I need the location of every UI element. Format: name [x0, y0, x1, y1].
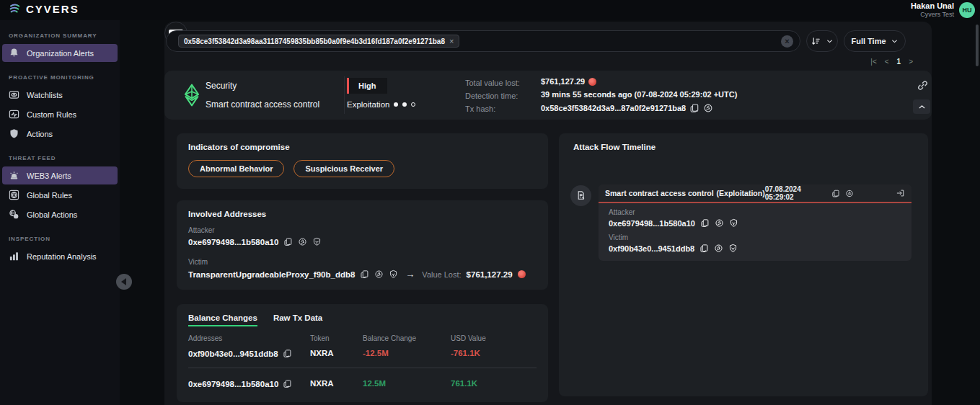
- time-filter-button[interactable]: Full Time: [844, 30, 906, 52]
- main-content: 0x58ce3f53842d3a98aa31187459835bb85b0a0f…: [164, 22, 932, 405]
- event-phase: (Exploitation): [717, 189, 765, 197]
- involved-addresses-panel: Involved Addresses Attacker 0xe6979498..…: [177, 200, 548, 290]
- loss-alert-icon: [588, 78, 596, 86]
- victim-label: Victim: [609, 233, 628, 241]
- sidebar-item-organization-alerts[interactable]: Organization Alerts: [2, 44, 118, 62]
- sidebar-item-global-actions[interactable]: Global Actions: [2, 205, 118, 223]
- loss-alert-icon: [518, 270, 526, 278]
- current-page: 1: [897, 58, 901, 66]
- shield-badge-icon[interactable]: [728, 244, 738, 253]
- column-header-usd-value: USD Value: [451, 334, 486, 342]
- sort-button[interactable]: [806, 30, 838, 52]
- phase-dot-filled: [402, 102, 407, 107]
- collapse-sidebar-button[interactable]: [116, 274, 132, 290]
- detection-time-value: 39 mins 55 seconds ago (07-08-2024 05:29…: [541, 90, 737, 99]
- table-cell-token: NXRA: [310, 349, 334, 357]
- brand-wordmark: CYVERS: [26, 3, 79, 15]
- shield-badge-icon[interactable]: [389, 270, 398, 279]
- section-heading-proactive-monitoring: PROACTIVE MONITORING: [9, 74, 120, 81]
- etherscan-icon[interactable]: [715, 218, 724, 228]
- copy-icon[interactable]: [283, 237, 293, 246]
- tab-balance-changes[interactable]: Balance Changes: [188, 313, 257, 326]
- timeline-node: [570, 185, 591, 206]
- search-chip-text: 0x58ce3f53842d3a98aa31187459835bb85b0a0f…: [184, 37, 445, 45]
- event-timestamp: 07.08.2024 05:29:02: [765, 185, 826, 201]
- column-header-addresses: Addresses: [188, 334, 222, 342]
- copy-icon[interactable]: [700, 218, 710, 228]
- shield-badge-icon[interactable]: [729, 218, 738, 228]
- eye-icon: [9, 89, 19, 100]
- value-lost-amount: $761,127.29: [467, 270, 513, 279]
- user-organization: Cyvers Test: [911, 11, 954, 18]
- value-lost-label: Value Lost:: [422, 270, 461, 279]
- attacker-address: 0xe6979498...1b580a10: [609, 219, 695, 228]
- victim-address: 0xf90b43e0...9451ddb8: [609, 244, 694, 253]
- copy-icon[interactable]: [699, 244, 709, 253]
- cyvers-logo-icon: [7, 3, 22, 15]
- copy-icon[interactable]: [360, 270, 369, 279]
- attack-phase: Exploitation: [347, 100, 415, 109]
- scrollbar[interactable]: [976, 25, 979, 66]
- table-row-address: 0xe6979498...1b580a10: [188, 379, 292, 388]
- open-details-icon[interactable]: [896, 188, 905, 198]
- sidebar-item-label: Reputation Analysis: [27, 252, 97, 261]
- attacker-address-row: 0xe6979498...1b580a10: [609, 218, 738, 228]
- sort-icon: [811, 36, 821, 47]
- next-page-button[interactable]: >: [909, 58, 913, 66]
- indicator-tag-abnormal-behavior: Abnormal Behavior: [188, 160, 284, 177]
- chevron-down-icon: [826, 37, 834, 45]
- share-link-icon[interactable]: [917, 79, 929, 92]
- chip-remove-icon[interactable]: ×: [449, 37, 454, 45]
- search-clear-button[interactable]: ×: [781, 35, 793, 48]
- sidebar-item-label: Global Actions: [27, 210, 77, 219]
- etherscan-icon[interactable]: [845, 189, 854, 198]
- tx-hash: 0x58ce3f53842d3a9...87a0f2e91271ba8: [541, 103, 713, 113]
- chevron-down-icon: [891, 37, 899, 45]
- row-divider: [188, 368, 537, 368]
- sidebar-item-label: Actions: [27, 130, 53, 138]
- table-cell-balance-change: 12.5M: [363, 379, 386, 388]
- etherscan-icon[interactable]: [714, 244, 723, 253]
- double-globe-icon: [9, 209, 19, 220]
- search-input[interactable]: 0x58ce3f53842d3a98aa31187459835bb85b0a0f…: [166, 30, 800, 52]
- globe-icon: [9, 190, 19, 200]
- sidebar-item-custom-rules[interactable]: Custom Rules: [2, 105, 118, 123]
- copy-icon[interactable]: [689, 103, 699, 113]
- top-bar: CYVERS Hakan Unal Cyvers Test HU: [0, 0, 980, 20]
- contract-document-icon: [575, 190, 586, 201]
- indicators-panel: Indicators of compromise Abnormal Behavi…: [177, 133, 548, 189]
- section-heading-organization-summary: ORGANIZATION SUMMARY: [9, 32, 120, 39]
- siren-icon: [9, 170, 19, 181]
- field-label-total-value-lost: Total value lost:: [465, 79, 520, 87]
- sidebar-item-label: Custom Rules: [27, 110, 76, 119]
- phase-dot-empty: [411, 102, 415, 107]
- copy-icon[interactable]: [283, 349, 292, 358]
- section-heading-threat-feed: THREAT FEED: [9, 155, 120, 161]
- sidebar-item-actions[interactable]: Actions: [2, 125, 118, 143]
- etherscan-icon[interactable]: [703, 103, 713, 113]
- sidebar-item-label: Organization Alerts: [27, 49, 94, 58]
- victim-address-row: 0xf90b43e0...9451ddb8: [609, 244, 738, 253]
- prev-page-button[interactable]: <: [885, 58, 889, 66]
- sidebar-item-web3-alerts[interactable]: WEB3 Alerts: [2, 166, 118, 184]
- collapse-alert-button[interactable]: [913, 99, 930, 114]
- event-title: Smart contract access control: [605, 189, 714, 197]
- table-cell-usd-value: -761.1K: [451, 349, 480, 357]
- etherscan-icon[interactable]: [298, 237, 307, 246]
- sidebar-item-global-rules[interactable]: Global Rules: [2, 186, 118, 204]
- victim-address-row: TransparentUpgradeableProxy_f90b_ddb8 → …: [188, 269, 526, 280]
- copy-icon[interactable]: [831, 189, 840, 198]
- first-page-button[interactable]: |<: [870, 58, 876, 66]
- table-row-address: 0xf90b43e0...9451ddb8: [188, 349, 292, 358]
- severity-badge: High: [347, 78, 387, 94]
- sidebar-item-label: Watchlists: [27, 91, 63, 99]
- tab-raw-tx-data[interactable]: Raw Tx Data: [273, 313, 322, 326]
- sidebar-item-reputation-analysis[interactable]: Reputation Analysis: [2, 247, 118, 265]
- copy-icon[interactable]: [283, 379, 292, 388]
- etherscan-icon[interactable]: [374, 270, 384, 279]
- phase-label: Exploitation: [347, 100, 389, 109]
- shield-badge-icon[interactable]: [312, 237, 322, 246]
- avatar[interactable]: HU: [959, 2, 975, 18]
- sidebar-item-watchlists[interactable]: Watchlists: [2, 86, 118, 104]
- total-value-lost-amount: $761,127.29: [541, 77, 585, 86]
